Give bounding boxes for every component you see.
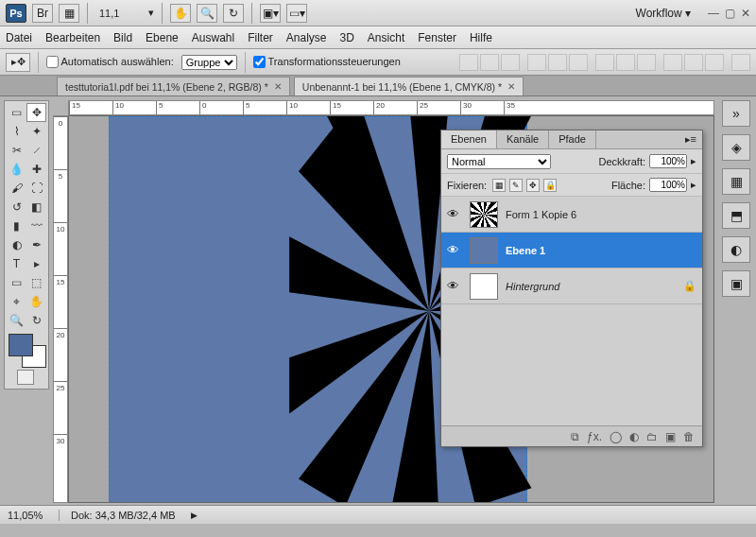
layer-thumb[interactable] <box>470 237 498 264</box>
transform-controls-checkbox[interactable]: Transformationssteuerungen <box>253 56 401 69</box>
zoom-readout[interactable]: 11,1 <box>95 7 143 20</box>
menu-ebene[interactable]: Ebene <box>146 31 179 44</box>
menu-analyse[interactable]: Analyse <box>286 31 327 44</box>
maximize-icon[interactable]: ▢ <box>725 7 735 20</box>
zoom-tool[interactable]: 🔍 <box>7 311 26 330</box>
zoom-tool-button[interactable]: 🔍 <box>197 4 217 23</box>
swatches-panel-icon[interactable]: ◈ <box>722 134 750 161</box>
opacity-flyout-icon[interactable]: ▸ <box>691 155 696 167</box>
fill-input[interactable] <box>649 178 687 192</box>
layer-row[interactable]: 👁 Hintergrund 🔒 <box>441 268 702 304</box>
layer-thumb[interactable] <box>470 201 498 228</box>
rotate-view-button[interactable]: ↻ <box>223 4 244 23</box>
close-icon[interactable]: ✕ <box>741 7 750 20</box>
fx-icon[interactable]: ƒx. <box>587 430 602 443</box>
menu-bild[interactable]: Bild <box>113 31 132 44</box>
align-bottom[interactable] <box>501 54 520 71</box>
tab-doc-1[interactable]: testtutoria1l.pdf bei 11,1% (Ebene 2, RG… <box>57 77 290 95</box>
auto-align[interactable] <box>731 54 750 71</box>
brush-tool[interactable]: 🖌 <box>7 179 26 198</box>
fill-flyout-icon[interactable]: ▸ <box>691 179 696 191</box>
layer-row[interactable]: 👁 Form 1 Kopie 6 <box>441 197 702 233</box>
menu-bearbeiten[interactable]: Bearbeiten <box>45 31 100 44</box>
layer-name[interactable]: Hintergrund <box>506 281 676 292</box>
align-hmid[interactable] <box>548 54 567 71</box>
eraser-tool[interactable]: ◧ <box>26 198 46 217</box>
masks-panel-icon[interactable]: ◐ <box>722 236 750 263</box>
menu-hilfe[interactable]: Hilfe <box>470 31 492 44</box>
menu-fenster[interactable]: Fenster <box>418 31 456 44</box>
close-icon[interactable]: ✕ <box>507 81 515 92</box>
healing-tool[interactable]: ✚ <box>26 160 46 179</box>
workspace-switcher[interactable]: Workflow ▾ <box>630 5 696 22</box>
lock-all-icon[interactable]: 🔒 <box>543 179 557 192</box>
align-left[interactable] <box>527 54 546 71</box>
lock-position-icon[interactable]: ✥ <box>526 179 540 192</box>
dock-expand-icon[interactable]: » <box>722 100 750 127</box>
screen-mode-button[interactable]: ▭▾ <box>286 4 307 23</box>
menu-3d[interactable]: 3D <box>340 31 354 44</box>
tab-doc-2[interactable]: Unbenannt-1 bei 11,1% (Ebene 1, CMYK/8) … <box>294 77 524 95</box>
move-tool[interactable]: ✥ <box>26 103 46 122</box>
adjustments-panel-icon[interactable]: ⬒ <box>722 202 750 229</box>
menu-filter[interactable]: Filter <box>248 31 273 44</box>
hand-tool-button[interactable]: ✋ <box>170 4 191 23</box>
layer-name[interactable]: Form 1 Kopie 6 <box>506 209 696 220</box>
align-vmid[interactable] <box>480 54 499 71</box>
3d-camera-tool[interactable]: ⌖ <box>7 292 26 311</box>
status-menu-icon[interactable]: ▶ <box>191 511 198 520</box>
color-swatches[interactable] <box>9 334 46 368</box>
panel-menu-icon[interactable]: ▸≡ <box>679 130 702 148</box>
film-button[interactable]: ▦ <box>59 4 79 23</box>
align-top[interactable] <box>459 54 478 71</box>
history-panel-icon[interactable]: ▣ <box>722 270 750 297</box>
crop-tool[interactable]: ✂ <box>7 141 26 160</box>
type-tool[interactable]: T <box>7 254 26 273</box>
align-right[interactable] <box>569 54 588 71</box>
lasso-tool[interactable]: ⌇ <box>7 122 26 141</box>
mask-icon[interactable]: ◯ <box>610 430 622 443</box>
dist-right[interactable] <box>705 54 724 71</box>
link-layers-icon[interactable]: ⧉ <box>571 430 579 443</box>
dist-top[interactable] <box>595 54 614 71</box>
layer-name[interactable]: Ebene 1 <box>506 245 696 256</box>
tab-kanale[interactable]: Kanäle <box>497 130 549 148</box>
foreground-swatch[interactable] <box>9 334 33 356</box>
history-brush-tool[interactable]: ↺ <box>7 198 26 217</box>
new-layer-icon[interactable]: ▣ <box>665 430 676 443</box>
eyedropper-tool[interactable]: 💧 <box>7 160 26 179</box>
dist-vmid[interactable] <box>616 54 635 71</box>
wand-tool[interactable]: ✦ <box>26 122 46 141</box>
dodge-tool[interactable]: ◐ <box>7 235 26 254</box>
quickmask-toggle[interactable] <box>7 370 44 387</box>
group-icon[interactable]: 🗀 <box>646 430 658 443</box>
dist-hmid[interactable] <box>684 54 703 71</box>
tab-pfade[interactable]: Pfade <box>549 130 596 148</box>
menu-datei[interactable]: Datei <box>6 31 32 44</box>
slice-tool[interactable]: ⟋ <box>26 141 46 160</box>
menu-ansicht[interactable]: Ansicht <box>368 31 404 44</box>
gradient-tool[interactable]: ▮ <box>7 217 26 235</box>
stamp-tool[interactable]: ⛶ <box>26 179 46 198</box>
auto-select-target[interactable]: Gruppe <box>181 55 237 70</box>
visibility-icon[interactable]: 👁 <box>447 243 462 257</box>
delete-layer-icon[interactable]: 🗑 <box>683 430 695 443</box>
rotate-tool[interactable]: ↻ <box>26 311 46 330</box>
shape-tool[interactable]: ▭ <box>7 273 26 292</box>
blur-tool[interactable]: 〰 <box>26 217 46 235</box>
visibility-icon[interactable]: 👁 <box>447 207 462 221</box>
layer-thumb[interactable] <box>470 273 498 300</box>
dist-bottom[interactable] <box>637 54 656 71</box>
tab-ebenen[interactable]: Ebenen <box>441 130 497 148</box>
visibility-icon[interactable]: 👁 <box>447 279 462 293</box>
close-icon[interactable]: ✕ <box>274 81 282 92</box>
dist-left[interactable] <box>663 54 682 71</box>
opacity-input[interactable] <box>649 154 687 168</box>
arrange-button[interactable]: ▣▾ <box>260 4 281 23</box>
auto-select-checkbox[interactable]: Automatisch auswählen: <box>46 56 174 69</box>
zoom-dropdown-icon[interactable]: ▾ <box>148 7 154 19</box>
status-zoom[interactable]: 11,05% <box>8 510 60 521</box>
pen-tool[interactable]: ✒ <box>26 235 46 254</box>
adjustment-icon[interactable]: ◐ <box>629 430 639 443</box>
hand-tool[interactable]: ✋ <box>26 292 46 311</box>
